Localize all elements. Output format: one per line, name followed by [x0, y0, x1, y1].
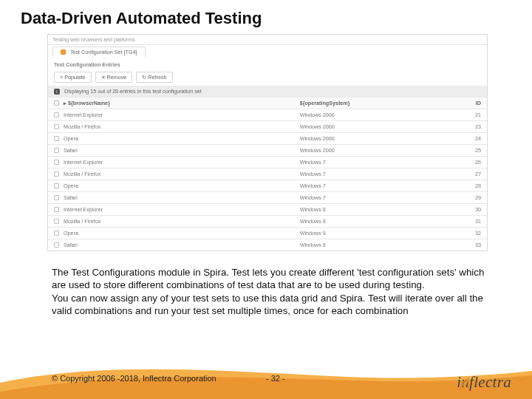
- checkbox[interactable]: [54, 136, 59, 141]
- checkbox[interactable]: [54, 183, 59, 188]
- col-id[interactable]: ID: [443, 98, 487, 109]
- section-heading: Test Configuration Entries: [48, 57, 487, 70]
- checkbox[interactable]: [54, 112, 59, 117]
- checkbox[interactable]: [54, 124, 59, 129]
- table-row[interactable]: Mozilla / FirefoxWindows 831: [48, 216, 487, 228]
- body-text: The Test Configurations module in Spira.…: [52, 266, 488, 317]
- checkbox-all[interactable]: [54, 100, 59, 106]
- checkbox[interactable]: [54, 148, 59, 153]
- col-os[interactable]: ${operatingSystem}: [294, 98, 443, 109]
- logo: inflectra: [457, 373, 516, 392]
- table-row[interactable]: OperaWindows 200024: [48, 133, 487, 145]
- table-row[interactable]: OperaWindows 728: [48, 180, 487, 192]
- tab-test-config-set[interactable]: Test Configuration Set [TG4]: [52, 47, 146, 57]
- toolbar: + Populate ✕ Remove ↻ Refresh: [48, 70, 487, 86]
- paragraph-1: The Test Configurations module in Spira.…: [52, 266, 488, 292]
- tab-icon: [61, 50, 66, 55]
- paragraph-2: You can now assign any of your test sets…: [52, 292, 488, 318]
- checkbox[interactable]: [54, 171, 59, 177]
- table-row[interactable]: Internet ExplorerWindows 726: [48, 157, 487, 168]
- checkbox[interactable]: [54, 231, 59, 236]
- refresh-button[interactable]: ↻ Refresh: [136, 72, 172, 83]
- remove-button[interactable]: ✕ Remove: [95, 72, 133, 83]
- page-title: Data-Driven Automated Testing: [21, 9, 262, 28]
- checkbox[interactable]: [54, 207, 59, 212]
- breadcrumb: Testing web browsers and platforms: [48, 35, 487, 45]
- table-row[interactable]: Internet ExplorerWindows 200021: [48, 109, 487, 121]
- populate-button[interactable]: + Populate: [54, 72, 92, 83]
- tab-label: Test Configuration Set [TG4]: [70, 49, 137, 55]
- config-table: ▸ ${browserName} ${operatingSystem} ID I…: [48, 97, 487, 250]
- table-row[interactable]: Internet ExplorerWindows 830: [48, 204, 487, 216]
- table-row[interactable]: OperaWindows 832: [48, 228, 487, 239]
- footer: © Copyright 2006 -2018, Inflectra Corpor…: [0, 353, 532, 399]
- page-number: - 32 -: [266, 374, 285, 383]
- table-row[interactable]: Mozilla / FirefoxWindows 200023: [48, 121, 487, 133]
- table-row[interactable]: Mozilla / FirefoxWindows 727: [48, 168, 487, 180]
- checkbox[interactable]: [54, 219, 59, 224]
- checkbox[interactable]: [54, 160, 59, 165]
- table-row[interactable]: SafariWindows 833: [48, 239, 487, 251]
- table-row[interactable]: SafariWindows 729: [48, 192, 487, 204]
- copyright: © Copyright 2006 -2018, Inflectra Corpor…: [52, 374, 216, 383]
- checkbox[interactable]: [54, 195, 59, 200]
- info-row: i Displaying 15 out of 28 entries in thi…: [48, 86, 487, 97]
- table-row[interactable]: SafariWindows 200025: [48, 145, 487, 157]
- col-browser[interactable]: ▸ ${browserName}: [48, 98, 294, 109]
- checkbox[interactable]: [54, 242, 59, 248]
- tab-bar: Test Configuration Set [TG4]: [48, 45, 487, 57]
- info-text: Displaying 15 out of 28 entries in this …: [64, 88, 202, 95]
- app-screenshot: Testing web browsers and platforms Test …: [47, 34, 488, 251]
- info-icon: i: [54, 89, 60, 95]
